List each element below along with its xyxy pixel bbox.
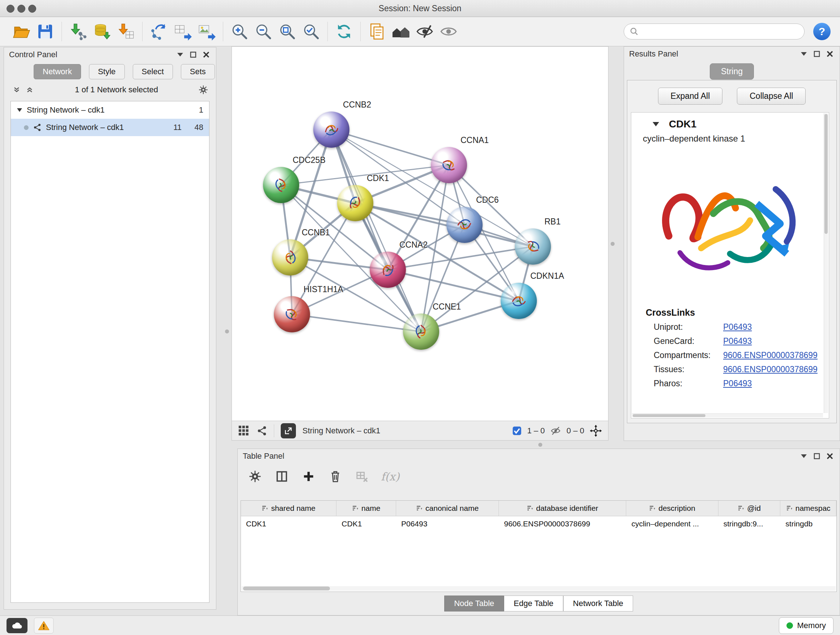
results-horizontal-scrollbar[interactable] — [632, 413, 823, 417]
import-network-database-button[interactable] — [90, 19, 114, 43]
network-node-ccne1[interactable] — [403, 314, 439, 350]
float-panel-button[interactable] — [799, 49, 808, 59]
table-cell[interactable]: stringdb — [780, 516, 836, 532]
open-in-browser-button[interactable] — [281, 423, 296, 439]
network-row-selected[interactable]: String Network – cdk1 11 48 — [11, 119, 209, 136]
close-panel-button[interactable] — [825, 49, 835, 59]
import-table-file-button[interactable] — [114, 19, 138, 43]
network-node-hist1h1a[interactable] — [274, 296, 310, 333]
network-node-cdc6[interactable] — [447, 207, 483, 243]
pan-crosshair-icon[interactable] — [589, 424, 602, 437]
string-home-button[interactable] — [389, 19, 413, 43]
tab-style[interactable]: Style — [89, 64, 125, 79]
network-node-cdkn1a[interactable] — [501, 283, 537, 319]
column-header[interactable]: namespac — [780, 501, 836, 516]
birdseye-grid-icon[interactable] — [238, 424, 250, 437]
crosslink-link[interactable]: 9606.ENSP00000378699 — [723, 364, 818, 374]
scrollbar-thumb[interactable] — [243, 586, 330, 591]
scrollbar-thumb[interactable] — [633, 414, 706, 417]
collapse-all-icon[interactable] — [12, 85, 21, 95]
tab-network[interactable]: Network — [34, 64, 81, 79]
add-column-icon[interactable] — [301, 469, 317, 485]
table-horizontal-scrollbar[interactable] — [242, 586, 836, 591]
crosslink-link[interactable]: 9606.ENSP00000378699 — [723, 350, 818, 360]
table-cell[interactable]: cyclin–dependent ... — [626, 516, 718, 532]
zoom-out-button[interactable] — [251, 19, 275, 43]
splitter-handle[interactable] — [225, 329, 229, 333]
network-glyph-icon[interactable] — [256, 425, 267, 436]
expand-all-button[interactable]: Expand All — [658, 88, 723, 105]
column-header[interactable]: canonical name — [396, 501, 499, 516]
search-input[interactable] — [642, 27, 798, 36]
table-cell[interactable]: CDK1 — [241, 516, 336, 532]
table-cell[interactable]: P06493 — [396, 516, 499, 532]
table-cell[interactable]: CDK1 — [336, 516, 396, 532]
tab-sets[interactable]: Sets — [181, 64, 215, 79]
cloud-button[interactable] — [6, 618, 27, 633]
maximize-panel-button[interactable] — [188, 50, 198, 59]
hidden-eye-slash-icon[interactable] — [550, 426, 561, 436]
new-network-button[interactable] — [147, 19, 171, 43]
network-node-cdc25b[interactable] — [263, 167, 299, 203]
splitter-handle[interactable] — [611, 242, 615, 246]
table-cell[interactable]: stringdb:9... — [718, 516, 781, 532]
import-network-file-button[interactable] — [66, 19, 90, 43]
hide-unhide-button[interactable] — [413, 19, 437, 43]
scrollbar-thumb[interactable] — [824, 114, 828, 234]
column-header[interactable]: shared name — [241, 501, 336, 516]
network-canvas[interactable]: CCNB2 CCNA1 CDC25B CDK1 CDC6 RB1 CCNB1 C… — [232, 47, 608, 421]
network-edge[interactable] — [292, 314, 421, 332]
network-node-ccnb1[interactable] — [272, 239, 308, 276]
tab-edge-table[interactable]: Edge Table — [504, 595, 563, 611]
show-graphics-button[interactable] — [437, 19, 461, 43]
crosslink-link[interactable]: P06493 — [723, 336, 752, 346]
save-session-button[interactable] — [33, 19, 57, 43]
help-button[interactable]: ? — [813, 23, 831, 40]
collapse-all-button[interactable]: Collapse All — [737, 88, 806, 105]
column-header[interactable]: description — [626, 501, 718, 516]
tab-select[interactable]: Select — [133, 64, 173, 79]
crosslink-link[interactable]: P06493 — [723, 322, 752, 332]
results-vertical-scrollbar[interactable] — [824, 113, 828, 413]
maximize-panel-button[interactable] — [812, 451, 821, 461]
table-gear-icon[interactable] — [247, 469, 263, 485]
gear-icon[interactable] — [199, 85, 208, 95]
table-cell[interactable]: 9606.ENSP00000378699 — [499, 516, 626, 532]
memory-button[interactable]: Memory — [779, 617, 834, 634]
maximize-panel-button[interactable] — [812, 49, 821, 59]
tab-network-table[interactable]: Network Table — [563, 595, 633, 611]
network-node-ccna1[interactable] — [431, 147, 467, 183]
selected-checkbox-icon[interactable] — [512, 426, 522, 436]
search-box[interactable] — [624, 24, 805, 40]
float-panel-button[interactable] — [175, 50, 185, 59]
network-node-cdk1[interactable] — [337, 185, 373, 221]
network-node-ccnb2[interactable] — [313, 111, 349, 148]
node-entry-header[interactable]: CDK1 — [631, 112, 829, 130]
network-node-rb1[interactable] — [515, 228, 551, 264]
tab-string[interactable]: String — [710, 63, 754, 80]
zoom-selected-button[interactable] — [299, 19, 323, 43]
copy-document-button[interactable] — [365, 19, 389, 43]
network-collection-row[interactable]: String Network – cdk1 1 — [11, 101, 209, 119]
tab-node-table[interactable]: Node Table — [444, 595, 504, 611]
network-from-table-button[interactable] — [171, 19, 195, 43]
close-panel-button[interactable] — [825, 451, 835, 461]
column-header[interactable]: database identifier — [499, 501, 626, 516]
zoom-fit-button[interactable] — [275, 19, 299, 43]
close-panel-button[interactable] — [202, 50, 211, 59]
open-session-button[interactable] — [9, 19, 33, 43]
column-header[interactable]: @id — [718, 501, 781, 516]
export-image-button[interactable] — [195, 19, 218, 43]
column-header[interactable]: name — [336, 501, 396, 516]
crosslink-link[interactable]: P06493 — [723, 379, 752, 388]
network-edge[interactable] — [332, 130, 421, 332]
splitter-handle[interactable] — [538, 443, 542, 447]
table-row[interactable]: CDK1CDK1P064939606.ENSP00000378699cyclin… — [241, 516, 836, 532]
zoom-in-button[interactable] — [227, 19, 251, 43]
float-panel-button[interactable] — [799, 451, 808, 461]
select-columns-icon[interactable] — [274, 469, 290, 485]
apply-layout-button[interactable] — [332, 19, 356, 43]
network-node-ccna2[interactable] — [370, 252, 406, 288]
expand-all-icon[interactable] — [25, 85, 34, 95]
warnings-button[interactable] — [34, 618, 54, 633]
